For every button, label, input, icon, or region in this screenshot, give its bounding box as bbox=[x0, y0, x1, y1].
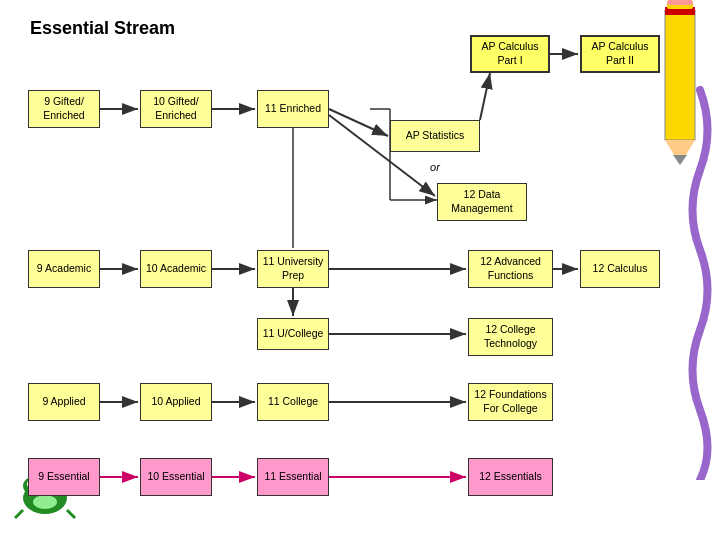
g11-univ: 11 University Prep bbox=[257, 250, 329, 288]
or-label: or bbox=[415, 157, 455, 177]
ap-calc-1: AP Calculus Part I bbox=[470, 35, 550, 73]
g11-col: 11 College bbox=[257, 383, 329, 421]
g10-ess: 10 Essential bbox=[140, 458, 212, 496]
g10-gifted: 10 Gifted/ Enriched bbox=[140, 90, 212, 128]
svg-rect-30 bbox=[667, 0, 693, 5]
ap-calc-2: AP Calculus Part II bbox=[580, 35, 660, 73]
g9-acad: 9 Academic bbox=[28, 250, 100, 288]
g9-gifted: 9 Gifted/ Enriched bbox=[28, 90, 100, 128]
g12-calc: 12 Calculus bbox=[580, 250, 660, 288]
squiggle-decoration bbox=[680, 80, 720, 480]
g11-ucol: 11 U/College bbox=[257, 318, 329, 350]
svg-line-40 bbox=[67, 510, 75, 518]
g9-ess: 9 Essential bbox=[28, 458, 100, 496]
svg-line-7 bbox=[480, 73, 490, 120]
g12-ess: 12 Essentials bbox=[468, 458, 553, 496]
svg-point-38 bbox=[33, 495, 57, 509]
g12-found: 12 Foundations For College bbox=[468, 383, 553, 421]
svg-line-5 bbox=[329, 109, 388, 136]
page-title: Essential Stream bbox=[30, 18, 175, 39]
g12-adv-fn: 12 Advanced Functions bbox=[468, 250, 553, 288]
g11-ess: 11 Essential bbox=[257, 458, 329, 496]
ap-stats: AP Statistics bbox=[390, 120, 480, 152]
svg-line-39 bbox=[15, 510, 23, 518]
g11-enrich: 11 Enriched bbox=[257, 90, 329, 128]
g12-col-tech: 12 College Technology bbox=[468, 318, 553, 356]
g9-appl: 9 Applied bbox=[28, 383, 100, 421]
g12-data: 12 Data Management bbox=[437, 183, 527, 221]
g10-appl: 10 Applied bbox=[140, 383, 212, 421]
g10-acad: 10 Academic bbox=[140, 250, 212, 288]
